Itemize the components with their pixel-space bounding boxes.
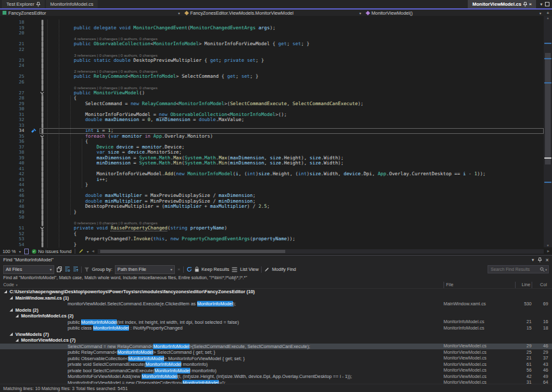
- line-number[interactable]: 44: [0, 182, 28, 187]
- copy-icon[interactable]: [57, 266, 62, 272]
- code-health-indicator[interactable]: ✓ No issues found: [32, 249, 71, 254]
- line-number[interactable]: 26: [0, 80, 28, 85]
- line-number[interactable]: 47: [0, 199, 28, 204]
- line-number[interactable]: 51: [0, 226, 28, 231]
- line-number[interactable]: 30: [0, 106, 28, 112]
- code-line[interactable]: 22: [0, 47, 544, 53]
- line-number[interactable]: 35: [0, 134, 28, 139]
- code-line[interactable]: 19 public delegate void MonitorChangedEv…: [0, 25, 544, 31]
- document-health-icon[interactable]: [24, 249, 29, 254]
- expander-icon[interactable]: [15, 314, 19, 317]
- list-view-label[interactable]: List View: [240, 266, 258, 272]
- code-line[interactable]: 27 public MonitorViewModel(): [0, 91, 544, 96]
- line-number[interactable]: 18: [0, 20, 28, 25]
- lock-icon[interactable]: [195, 266, 199, 272]
- scrollbar-thumb[interactable]: [100, 250, 285, 253]
- line-number[interactable]: 33: [0, 123, 28, 128]
- code-line[interactable]: 32 double maxDimension = 0, minDimension…: [0, 117, 544, 123]
- column-header-line[interactable]: Line: [515, 282, 532, 288]
- expander-icon[interactable]: [10, 309, 13, 312]
- zoom-level[interactable]: 100 %: [3, 249, 16, 254]
- close-icon[interactable]: ×: [529, 1, 532, 7]
- close-icon[interactable]: ×: [546, 257, 549, 263]
- find-group-row[interactable]: C:\Users\zhaopengwang\Desktop\powertoys\…: [0, 289, 552, 295]
- tab-test-explorer[interactable]: Test Explorer: [2, 0, 45, 8]
- scrollbar-thumb[interactable]: [545, 53, 551, 164]
- expander-icon[interactable]: [4, 290, 7, 293]
- plus-icon[interactable]: +: [544, 10, 552, 16]
- code-line[interactable]: 51 private void RaisePropertyChanged(str…: [0, 226, 544, 231]
- scope-dropdown[interactable]: All Files ▾: [3, 265, 54, 274]
- line-number[interactable]: 23: [0, 58, 28, 63]
- line-number[interactable]: 42: [0, 171, 28, 177]
- chevron-down-icon[interactable]: ▾: [532, 258, 534, 263]
- float-window-icon[interactable]: [545, 2, 549, 6]
- modify-find-label[interactable]: Modify Find: [272, 266, 296, 272]
- line-number[interactable]: 27: [0, 91, 28, 96]
- column-header-file[interactable]: File: [444, 282, 515, 288]
- code-line[interactable]: 24: [0, 63, 544, 69]
- chevron-down-icon[interactable]: ▾: [19, 249, 21, 254]
- expand-all-icon[interactable]: [64, 266, 70, 272]
- line-number[interactable]: 49: [0, 210, 28, 215]
- line-number[interactable]: 52: [0, 231, 28, 236]
- search-find-results-box[interactable]: ▾: [488, 265, 549, 273]
- code-line[interactable]: 29 SelectCommand = new RelayCommand<Moni…: [0, 101, 544, 107]
- code-line[interactable]: 54 }: [0, 242, 544, 248]
- expander-icon[interactable]: [15, 338, 19, 342]
- find-result-row[interactable]: public ObservableCollection<MonitorInfoM…: [0, 356, 552, 362]
- expander-icon[interactable]: [10, 333, 13, 336]
- code-line[interactable]: 25 public RelayCommand<MonitorInfoModel>…: [0, 74, 544, 80]
- refresh-icon[interactable]: [186, 266, 192, 272]
- code-editor[interactable]: 1819 public delegate void MonitorChanged…: [0, 16, 552, 255]
- chevron-down-icon[interactable]: ▾: [87, 249, 89, 254]
- outline-collapse-icon[interactable]: [40, 226, 43, 229]
- find-result-row[interactable]: public MonitorInfoModel(int index, int h…: [0, 319, 552, 326]
- line-number[interactable]: 41: [0, 166, 28, 171]
- line-number[interactable]: 38: [0, 150, 28, 155]
- line-number[interactable]: 50: [0, 215, 28, 220]
- outline-collapse-icon[interactable]: [40, 134, 43, 138]
- chevron-down-icon[interactable]: ▾: [545, 268, 547, 272]
- code-line[interactable]: 44 }: [0, 182, 544, 188]
- code-line[interactable]: 48 DesktopPreviewMultiplier = (minMultip…: [0, 204, 544, 210]
- find-group-row[interactable]: Models (2): [0, 307, 552, 314]
- line-number[interactable]: 53: [0, 236, 28, 242]
- search-icon[interactable]: [540, 267, 545, 272]
- find-result-row[interactable]: MonitorInfoForViewModel.Add(new MonitorI…: [0, 374, 552, 380]
- code-line[interactable]: 50: [0, 215, 544, 221]
- tab-monitorinfomodel[interactable]: MonitorInfoModel.cs: [46, 0, 98, 8]
- column-header-code[interactable]: Code ▾: [0, 282, 444, 287]
- outline-collapse-icon[interactable]: [40, 91, 43, 94]
- quick-actions-screwdriver-icon[interactable]: [31, 128, 36, 134]
- line-number[interactable]: 31: [0, 112, 28, 117]
- line-number[interactable]: 19: [0, 25, 28, 31]
- member-dropdown[interactable]: MonitorViewModel() ▾: [364, 10, 544, 16]
- project-dropdown[interactable]: FancyZonesEditor ▾: [0, 10, 183, 16]
- line-number[interactable]: 29: [0, 101, 28, 106]
- editor-horizontal-scrollbar[interactable]: [98, 249, 544, 254]
- line-number[interactable]: 39: [0, 156, 28, 161]
- chevron-down-icon[interactable]: ▾: [540, 2, 542, 7]
- line-number[interactable]: 48: [0, 204, 28, 209]
- line-number[interactable]: 36: [0, 139, 28, 144]
- line-number[interactable]: 34: [0, 128, 28, 133]
- find-result-row[interactable]: private bool SelectCommandCanExecute(Mon…: [0, 368, 552, 374]
- line-number[interactable]: 21: [0, 41, 28, 47]
- find-group-row[interactable]: MonitorInfoModel.cs (2): [0, 313, 552, 319]
- pencil-icon[interactable]: [78, 249, 84, 254]
- line-number[interactable]: 28: [0, 96, 28, 101]
- find-panel-titlebar[interactable]: Find "MonitorInfoModel" ▾ ×: [0, 256, 552, 263]
- code-line[interactable]: 53 PropertyChanged?.Invoke(this, new Pro…: [0, 236, 544, 242]
- line-number[interactable]: 45: [0, 188, 28, 193]
- line-number[interactable]: 43: [0, 177, 28, 182]
- line-number[interactable]: 46: [0, 193, 28, 198]
- expander-icon[interactable]: [10, 296, 13, 300]
- filter-icon[interactable]: [84, 267, 89, 272]
- line-number[interactable]: 40: [0, 161, 28, 166]
- find-result-row[interactable]: public class MonitorInfoModel : INotifyP…: [0, 325, 552, 331]
- code-line[interactable]: 23 public static double DesktopPreviewMu…: [0, 58, 544, 64]
- code-line[interactable]: 26: [0, 80, 544, 85]
- scroll-left-icon[interactable]: ◂: [92, 249, 94, 254]
- type-dropdown[interactable]: FancyZonesEditor.ViewModels.MonitorViewM…: [183, 10, 364, 16]
